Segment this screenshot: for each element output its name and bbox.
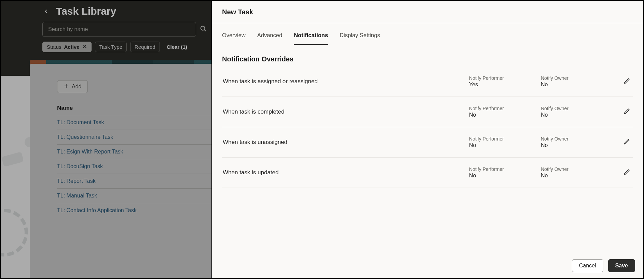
tab-advanced[interactable]: Advanced bbox=[257, 32, 282, 45]
add-button[interactable]: Add bbox=[57, 80, 88, 93]
panel-header: New Task bbox=[212, 1, 643, 23]
edit-icon[interactable] bbox=[621, 166, 633, 179]
override-event: When task is assigned or reassigned bbox=[222, 78, 469, 85]
clear-filters[interactable]: Clear (1) bbox=[167, 44, 187, 50]
notify-performer-cell: Notify PerformerYes bbox=[469, 75, 541, 88]
notify-owner-value: No bbox=[541, 173, 613, 179]
override-event: When task is updated bbox=[222, 169, 469, 176]
notify-owner-label: Notify Owner bbox=[541, 106, 613, 111]
notify-owner-label: Notify Owner bbox=[541, 166, 613, 172]
panel-tabs: OverviewAdvancedNotificationsDisplay Set… bbox=[212, 32, 643, 45]
tab-notifications[interactable]: Notifications bbox=[294, 32, 328, 45]
override-event: When task is unassigned bbox=[222, 139, 469, 146]
notify-performer-value: No bbox=[469, 112, 541, 118]
edit-icon[interactable] bbox=[621, 135, 633, 149]
filter-chip-task-type[interactable]: Task Type bbox=[95, 42, 127, 52]
back-icon[interactable] bbox=[42, 8, 50, 15]
tab-overview[interactable]: Overview bbox=[222, 32, 246, 45]
tab-display-settings[interactable]: Display Settings bbox=[340, 32, 380, 45]
search-input[interactable] bbox=[42, 22, 196, 37]
chip-label: Status bbox=[47, 44, 61, 50]
svg-point-0 bbox=[201, 26, 205, 30]
notify-owner-value: No bbox=[541, 82, 613, 88]
task-link[interactable]: TL: Questionnaire Task bbox=[57, 134, 113, 140]
notify-owner-value: No bbox=[541, 142, 613, 148]
notify-performer-label: Notify Performer bbox=[469, 75, 541, 81]
notify-performer-label: Notify Performer bbox=[469, 136, 541, 142]
add-label: Add bbox=[72, 84, 81, 90]
new-task-panel: New Task OverviewAdvancedNotificationsDi… bbox=[211, 1, 643, 278]
notify-owner-cell: Notify OwnerNo bbox=[541, 75, 613, 88]
panel-title: New Task bbox=[222, 8, 633, 16]
task-library-header: Task Library Status Active Task Type Req… bbox=[42, 5, 213, 52]
task-link[interactable]: TL: Report Task bbox=[57, 178, 96, 184]
filter-chip-required[interactable]: Required bbox=[130, 42, 160, 52]
search-wrapper bbox=[42, 22, 213, 37]
decor-pill bbox=[1, 152, 24, 167]
override-row: When task is unassignedNotify PerformerN… bbox=[222, 127, 633, 158]
edit-icon[interactable] bbox=[621, 105, 633, 119]
task-link[interactable]: TL: Contact Info Application Task bbox=[57, 207, 137, 213]
task-link[interactable]: TL: Esign With Report Task bbox=[57, 149, 123, 155]
notify-owner-value: No bbox=[541, 112, 613, 118]
filter-chip-status[interactable]: Status Active bbox=[42, 42, 92, 52]
filter-bar: Status Active Task Type Required Clear (… bbox=[42, 42, 213, 52]
decor-circle bbox=[1, 209, 28, 256]
notify-performer-value: No bbox=[469, 142, 541, 148]
section-title: Notification Overrides bbox=[212, 45, 643, 67]
edit-icon[interactable] bbox=[621, 75, 633, 88]
notify-owner-label: Notify Owner bbox=[541, 136, 613, 142]
save-button[interactable]: Save bbox=[608, 259, 635, 272]
panel-footer: Cancel Save bbox=[212, 253, 643, 278]
notify-owner-cell: Notify OwnerNo bbox=[541, 106, 613, 118]
notify-performer-label: Notify Performer bbox=[469, 166, 541, 172]
search-icon[interactable] bbox=[200, 25, 207, 34]
notify-performer-cell: Notify PerformerNo bbox=[469, 106, 541, 118]
chip-value: Active bbox=[64, 44, 80, 50]
notify-performer-value: Yes bbox=[469, 82, 541, 88]
close-icon[interactable] bbox=[82, 44, 87, 50]
notify-performer-value: No bbox=[469, 173, 541, 179]
notify-owner-label: Notify Owner bbox=[541, 75, 613, 81]
notify-performer-cell: Notify PerformerNo bbox=[469, 136, 541, 148]
override-row: When task is completedNotify PerformerNo… bbox=[222, 97, 633, 127]
task-link[interactable]: TL: DocuSign Task bbox=[57, 163, 103, 169]
task-link[interactable]: TL: Document Task bbox=[57, 119, 104, 125]
override-event: When task is completed bbox=[222, 108, 469, 115]
override-row: When task is updatedNotify PerformerNoNo… bbox=[222, 158, 633, 188]
task-link[interactable]: TL: Manual Task bbox=[57, 193, 97, 199]
page-title: Task Library bbox=[56, 5, 116, 17]
override-row: When task is assigned or reassignedNotif… bbox=[222, 67, 633, 97]
notify-performer-label: Notify Performer bbox=[469, 106, 541, 111]
cancel-button[interactable]: Cancel bbox=[572, 259, 603, 272]
notify-performer-cell: Notify PerformerNo bbox=[469, 166, 541, 179]
notify-owner-cell: Notify OwnerNo bbox=[541, 136, 613, 148]
notify-owner-cell: Notify OwnerNo bbox=[541, 166, 613, 179]
notification-override-list: When task is assigned or reassignedNotif… bbox=[212, 67, 643, 188]
plus-icon bbox=[64, 83, 69, 90]
